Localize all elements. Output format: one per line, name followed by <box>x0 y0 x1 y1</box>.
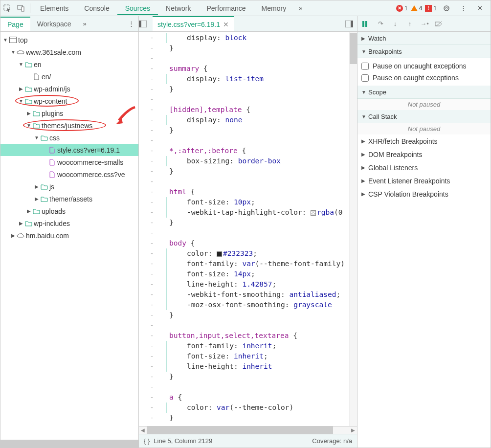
navigator-tabs: PageWorkspace » ⋮ <box>0 16 138 32</box>
tree-row[interactable]: ▼top <box>0 34 138 46</box>
tree-label: www.361sale.com <box>25 48 81 56</box>
callstack-section[interactable]: ▼Call Stack <box>357 110 491 123</box>
main-tab-console[interactable]: Console <box>76 1 117 15</box>
doc-p-icon <box>47 171 56 178</box>
file-tree[interactable]: ▼top▼www.361sale.com▼enen/▶wp-admin/js▼w… <box>0 32 138 440</box>
main-tab-network[interactable]: Network <box>158 1 199 15</box>
tree-label: wp-content <box>33 97 67 105</box>
window-icon <box>8 37 17 43</box>
tree-row[interactable]: ▶plugins <box>0 107 138 119</box>
step-into-icon[interactable]: ↓ <box>391 20 400 27</box>
tree-row[interactable]: ▶js <box>0 180 138 193</box>
callstack-not-paused: Not paused <box>357 123 491 134</box>
tree-label: wp-admin/js <box>33 85 70 93</box>
tree-row[interactable]: ▼themes/justnews <box>0 119 138 132</box>
tree-label: woocommerce-smalls <box>56 158 123 166</box>
folder-icon <box>24 86 33 92</box>
cursor-position: Line 5, Column 2129 <box>154 437 212 445</box>
folder-icon <box>24 221 33 226</box>
navigator-pane: PageWorkspace » ⋮ ▼top▼www.361sale.com▼e… <box>0 16 139 448</box>
nav-tabs-overflow-icon[interactable]: » <box>78 17 91 30</box>
debug-section[interactable]: ▶DOM Breakpoints <box>357 148 491 161</box>
deactivate-breakpoints-icon[interactable] <box>435 21 444 27</box>
tree-row[interactable]: ▼www.361sale.com <box>0 46 138 58</box>
tree-row[interactable]: woocommerce-smalls <box>0 156 138 168</box>
doc-p-icon <box>47 159 56 166</box>
devtools-root: ElementsConsoleSourcesNetworkPerformance… <box>0 0 491 448</box>
tree-row[interactable]: woocommerce.css?ve <box>0 168 138 180</box>
warning-count[interactable]: 4 <box>411 5 423 12</box>
main-tab-performance[interactable]: Performance <box>199 1 253 15</box>
step-out-icon[interactable]: ↑ <box>405 20 414 27</box>
main-tab-memory[interactable]: Memory <box>254 1 294 15</box>
tabs-overflow-icon[interactable]: » <box>294 1 307 15</box>
tree-label: plugins <box>41 110 63 117</box>
toggle-debugger-icon[interactable] <box>345 21 353 27</box>
main-tab-elements[interactable]: Elements <box>32 1 76 15</box>
tree-label: themer/assets <box>48 195 92 203</box>
main-tab-sources[interactable]: Sources <box>117 1 158 15</box>
nav-menu-icon[interactable]: ⋮ <box>128 20 134 27</box>
settings-icon[interactable] <box>440 1 453 15</box>
tree-row[interactable]: ▼en <box>0 58 138 70</box>
editor-tabbar: style.css?ver=6.19.1 ✕ <box>139 16 357 32</box>
scope-section[interactable]: ▼Scope <box>357 86 491 99</box>
pause-uncaught-checkbox[interactable]: Pause on uncaught exceptions <box>361 60 487 72</box>
nav-tab-workspace[interactable]: Workspace <box>30 17 78 31</box>
device-toggle-icon[interactable] <box>14 1 28 15</box>
editor-statusbar: { } Line 5, Column 2129 Coverage: n/a <box>139 434 357 448</box>
tree-label: js <box>48 183 54 191</box>
svg-rect-11 <box>362 21 364 27</box>
pause-caught-checkbox[interactable]: Pause on caught exceptions <box>361 72 487 84</box>
editor-pane: style.css?ver=6.19.1 ✕ -----------------… <box>139 16 357 448</box>
tree-label: uploads <box>41 207 66 215</box>
tree-label: themes/justnews <box>41 122 92 130</box>
editor-tab[interactable]: style.css?ver=6.19.1 ✕ <box>153 16 234 31</box>
watch-section[interactable]: ▶Watch <box>357 32 491 45</box>
tree-label: wp-includes <box>33 220 70 227</box>
svg-rect-5 <box>9 37 16 43</box>
tree-row[interactable]: ▼wp-content <box>0 95 138 107</box>
tree-row[interactable]: ▶wp-includes <box>0 217 138 229</box>
tree-row[interactable]: ▶uploads <box>0 205 138 217</box>
cloud-icon <box>16 233 25 239</box>
editor-hscrollbar[interactable]: ◀ ▶ <box>139 426 357 434</box>
folder-icon <box>40 196 48 202</box>
editor-tab-label: style.css?ver=6.19.1 <box>157 21 220 28</box>
tree-row[interactable]: ▶themer/assets <box>0 193 138 205</box>
folder-icon <box>40 135 48 141</box>
tree-label: en <box>33 61 42 68</box>
close-tab-icon[interactable]: ✕ <box>223 21 229 28</box>
tree-row[interactable]: en/ <box>0 70 138 83</box>
tree-row[interactable]: style.css?ver=6.19.1 <box>0 144 138 156</box>
nav-hscrollbar[interactable] <box>0 440 138 448</box>
pause-icon[interactable] <box>361 21 370 27</box>
scope-not-paused: Not paused <box>357 99 491 110</box>
tree-label: top <box>17 36 27 44</box>
nav-tab-page[interactable]: Page <box>0 17 30 31</box>
inspect-icon[interactable] <box>0 1 14 15</box>
tree-row[interactable]: ▼css <box>0 132 138 144</box>
debug-section[interactable]: ▶CSP Violation Breakpoints <box>357 187 491 201</box>
more-menu-icon[interactable]: ⋮ <box>456 1 470 15</box>
code-editor[interactable]: -------------------------------------- d… <box>139 32 357 426</box>
issue-count[interactable]: !1 <box>425 5 437 12</box>
folder-icon <box>32 208 41 214</box>
close-icon[interactable]: ✕ <box>473 1 487 15</box>
svg-rect-10 <box>351 21 353 27</box>
editor-vscrollbar[interactable] <box>349 32 357 426</box>
breakpoints-section[interactable]: ▼Breakpoints <box>357 45 491 58</box>
step-icon[interactable]: →• <box>420 20 429 27</box>
tree-row[interactable]: ▶hm.baidu.com <box>0 229 138 242</box>
error-count[interactable]: ✕1 <box>396 5 408 12</box>
debugger-toolbar: ↷ ↓ ↑ →• <box>357 16 491 32</box>
tree-row[interactable]: ▶wp-admin/js <box>0 83 138 95</box>
debug-section[interactable]: ▶Event Listener Breakpoints <box>357 174 491 187</box>
svg-rect-12 <box>365 21 367 27</box>
folder-icon <box>40 184 48 190</box>
toggle-navigator-icon[interactable] <box>139 21 153 27</box>
tree-label: en/ <box>41 73 51 81</box>
debug-section[interactable]: ▶XHR/fetch Breakpoints <box>357 134 491 148</box>
debug-section[interactable]: ▶Global Listeners <box>357 161 491 174</box>
step-over-icon[interactable]: ↷ <box>376 20 385 27</box>
